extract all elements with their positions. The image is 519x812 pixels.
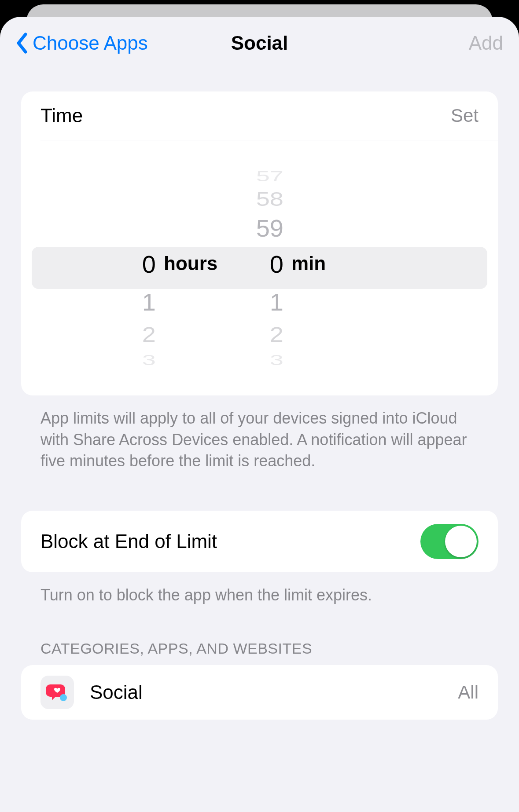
time-footer-text: App limits will apply to all of your dev… [21, 395, 498, 472]
social-icon [40, 676, 74, 709]
modal-sheet: Choose Apps Social Add Time Set 0 1 [0, 17, 519, 812]
time-label: Time [40, 105, 83, 127]
minutes-selected: 0 [234, 252, 291, 277]
block-label: Block at End of Limit [40, 530, 217, 552]
categories-header: CATEGORIES, APPS, AND WEBSITES [21, 606, 498, 665]
time-picker[interactable]: 0 1 2 3 hours 57 58 [21, 140, 498, 395]
minutes-option: 58 [234, 190, 291, 209]
time-row[interactable]: Time Set [21, 91, 498, 140]
time-value: Set [451, 105, 479, 126]
minutes-option: 1 [234, 290, 291, 315]
block-footer-text: Turn on to block the app when the limit … [21, 572, 498, 606]
hours-wheel[interactable]: 0 1 2 3 [32, 145, 164, 382]
add-button[interactable]: Add [469, 32, 503, 54]
hours-option: 3 [32, 353, 164, 368]
minutes-unit-label: min [291, 252, 326, 274]
minutes-option: 57 [234, 169, 291, 184]
hours-unit-label: hours [164, 252, 217, 274]
block-card: Block at End of Limit [21, 511, 498, 572]
svg-point-0 [60, 694, 67, 701]
back-button[interactable]: Choose Apps [16, 32, 148, 54]
hours-option: 2 [32, 324, 164, 345]
categories-card: Social All [21, 665, 498, 720]
chevron-left-icon [16, 33, 28, 54]
minutes-option: 3 [234, 353, 291, 368]
category-scope: All [458, 682, 479, 703]
block-toggle[interactable] [420, 524, 479, 559]
hours-selected: 0 [32, 252, 164, 277]
time-card: Time Set 0 1 2 3 [21, 91, 498, 395]
minutes-option: 59 [234, 216, 291, 241]
category-row-social[interactable]: Social All [21, 665, 498, 720]
toggle-knob [445, 526, 477, 557]
block-at-end-row: Block at End of Limit [21, 511, 498, 572]
minutes-option: 2 [234, 324, 291, 345]
minutes-wheel[interactable]: 57 58 59 0 1 2 3 [234, 145, 291, 382]
hours-option: 1 [32, 290, 164, 315]
back-label: Choose Apps [33, 32, 148, 54]
navigation-bar: Choose Apps Social Add [0, 17, 519, 69]
category-name: Social [90, 681, 442, 703]
